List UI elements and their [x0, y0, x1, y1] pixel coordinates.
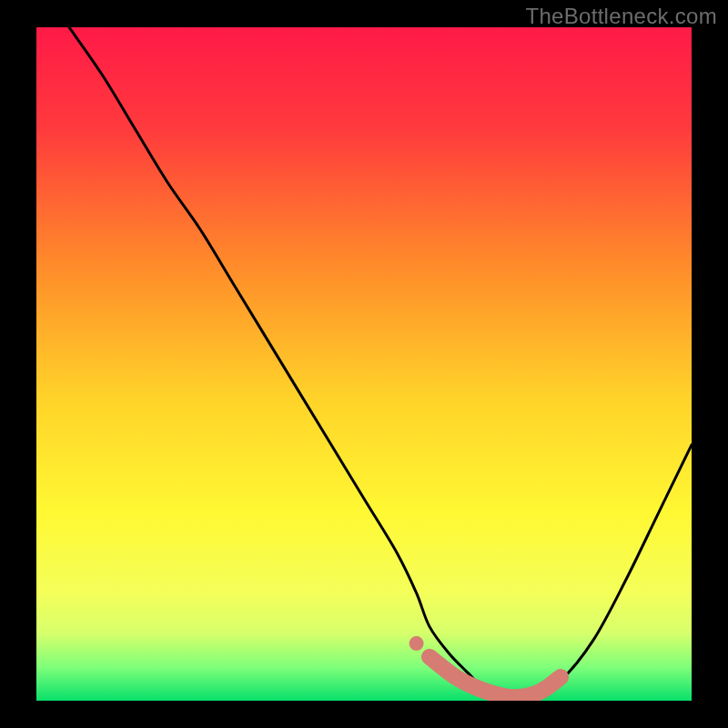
chart-svg	[0, 0, 728, 728]
chart-stage: TheBottleneck.com	[0, 0, 728, 728]
optimal-range-start-dot	[410, 636, 424, 651]
watermark-text: TheBottleneck.com	[525, 4, 717, 29]
